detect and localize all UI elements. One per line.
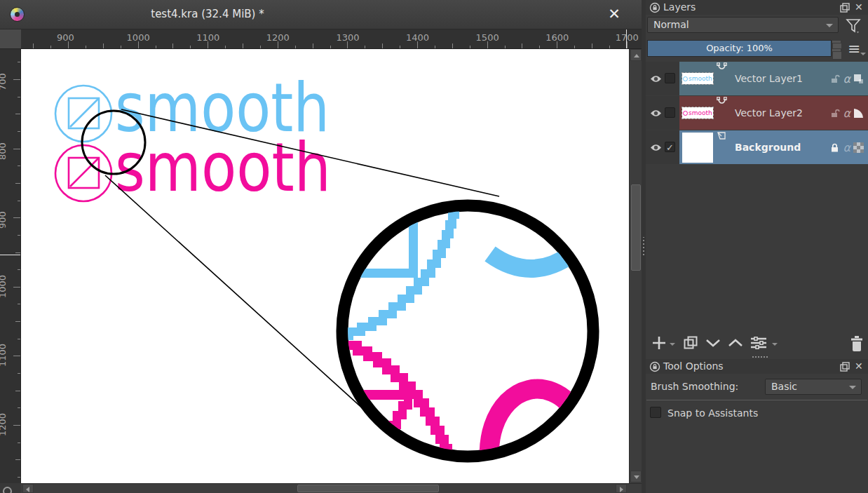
ruler-label: 1100 bbox=[0, 344, 8, 367]
layer-row-gutter bbox=[646, 96, 679, 130]
move-layer-up-button[interactable] bbox=[727, 335, 744, 351]
layer-row-content[interactable]: Background α bbox=[679, 130, 868, 164]
brush-smoothing-label: Brush Smoothing: bbox=[651, 381, 738, 392]
transparency-checker-icon[interactable] bbox=[853, 142, 864, 153]
onion-skin-icon[interactable] bbox=[853, 108, 864, 119]
layer-row-gutter bbox=[646, 62, 679, 95]
opacity-spinner[interactable] bbox=[832, 40, 841, 57]
window-title: test4.kra (32.4 MiB) * bbox=[0, 8, 415, 20]
canvas-artwork: smooth smooth bbox=[21, 49, 629, 483]
scroll-right-button[interactable] bbox=[616, 484, 627, 493]
snap-to-assistants-label: Snap to Assistants bbox=[667, 407, 758, 419]
close-docker-icon[interactable]: ✕ bbox=[855, 360, 863, 372]
duplicate-layer-button[interactable] bbox=[683, 335, 698, 351]
layer-row-vector-layer1[interactable]: smooth Vector Layer1 α bbox=[646, 62, 868, 95]
callout-line-bottom bbox=[105, 175, 372, 417]
close-docker-icon[interactable]: ✕ bbox=[855, 1, 863, 13]
ruler-label: 900 bbox=[57, 32, 74, 43]
docker-lock-icon[interactable] bbox=[649, 2, 660, 13]
layer-select-checkbox[interactable] bbox=[665, 107, 675, 118]
brush-smoothing-value: Basic bbox=[771, 381, 797, 392]
blend-mode-dropdown[interactable]: Normal bbox=[647, 17, 839, 33]
tool-options-docker-header[interactable]: Tool Options ✕ bbox=[646, 359, 868, 374]
corner-widget-icon[interactable] bbox=[3, 487, 12, 493]
opacity-slider[interactable]: Opacity: 100% bbox=[647, 40, 832, 57]
layer-thumbnail[interactable]: smooth bbox=[682, 107, 713, 119]
layer-buttons-bar bbox=[646, 334, 868, 355]
ruler-label: 700 bbox=[0, 73, 8, 90]
divider bbox=[646, 400, 867, 400]
alpha-channel-icon[interactable]: α bbox=[843, 72, 850, 86]
layer-filter-icon[interactable] bbox=[845, 18, 862, 34]
layer-name: Vector Layer2 bbox=[735, 96, 803, 130]
pink-smooth-text: smooth bbox=[115, 128, 331, 207]
scroll-down-button[interactable] bbox=[630, 471, 642, 482]
layers-docker-header[interactable]: Layers ✕ bbox=[646, 0, 868, 15]
layer-thumbnail[interactable] bbox=[682, 133, 713, 163]
ruler-label: 1200 bbox=[0, 413, 8, 436]
add-layer-button[interactable] bbox=[651, 335, 667, 351]
layer-locked-icon[interactable] bbox=[829, 142, 840, 153]
layer-row-gutter: ✓ bbox=[646, 130, 679, 164]
move-layer-down-button[interactable] bbox=[705, 335, 721, 351]
chevron-down-icon bbox=[826, 24, 833, 27]
window-close-icon[interactable]: ✕ bbox=[605, 5, 623, 23]
float-docker-icon[interactable] bbox=[840, 3, 850, 13]
add-layer-chevron-icon[interactable] bbox=[670, 343, 675, 346]
blend-mode-value: Normal bbox=[653, 19, 689, 30]
thumbnail-shape-glyph bbox=[683, 76, 688, 81]
alpha-channel-icon[interactable]: α bbox=[843, 141, 850, 154]
layer-row-vector-layer2[interactable]: smooth Vector Layer2 α bbox=[646, 96, 868, 130]
docker-resize-handle[interactable] bbox=[752, 356, 768, 358]
zoom-blue-square-corner2 bbox=[358, 269, 418, 278]
layer-properties-button[interactable] bbox=[750, 335, 768, 351]
scroll-left-button[interactable] bbox=[22, 484, 34, 493]
visibility-eye-icon[interactable] bbox=[650, 143, 662, 152]
vector-layer-badge-icon bbox=[717, 62, 727, 72]
vertical-scrollbar[interactable] bbox=[629, 49, 642, 483]
docker-panel: Layers ✕ Normal Opacity: 100% ≡ bbox=[646, 0, 868, 493]
magnifier-view bbox=[342, 205, 593, 464]
horizontal-scrollbar[interactable] bbox=[21, 483, 642, 493]
layer-style-icon[interactable] bbox=[853, 74, 864, 84]
visibility-eye-icon[interactable] bbox=[650, 109, 662, 118]
canvas[interactable]: smooth smooth bbox=[21, 49, 629, 483]
scroll-up-button[interactable] bbox=[630, 49, 642, 61]
float-docker-icon[interactable] bbox=[840, 362, 850, 372]
layers-menu-icon[interactable]: ≡ bbox=[848, 42, 860, 56]
layer-unlocked-icon[interactable] bbox=[829, 108, 840, 119]
layer-row-content[interactable]: smooth Vector Layer1 α bbox=[679, 62, 868, 95]
layer-row-background[interactable]: ✓ Background α bbox=[646, 130, 868, 164]
layer-unlocked-icon[interactable] bbox=[829, 74, 840, 84]
chevron-down-icon bbox=[849, 386, 856, 389]
docker-lock-icon[interactable] bbox=[649, 361, 660, 372]
brush-smoothing-dropdown[interactable]: Basic bbox=[765, 379, 862, 395]
opacity-label: Opacity: 100% bbox=[706, 43, 773, 53]
title-bar: test4.kra (32.4 MiB) * ✕ bbox=[0, 0, 642, 29]
snap-to-assistants-checkbox[interactable] bbox=[650, 407, 661, 418]
delete-layer-button[interactable] bbox=[850, 335, 864, 352]
tool-options-docker-title: Tool Options bbox=[663, 360, 724, 372]
vertical-ruler: 700800900100011001200 bbox=[0, 49, 21, 483]
krita-window: test4.kra (32.4 MiB) * ✕ 900100011001200… bbox=[0, 0, 868, 493]
layers-menu-chevron-icon bbox=[860, 53, 866, 55]
vertical-scroll-thumb[interactable] bbox=[631, 184, 641, 271]
horizontal-scroll-thumb[interactable] bbox=[297, 485, 439, 492]
ruler-label: 1000 bbox=[0, 275, 8, 298]
ruler-label: 800 bbox=[0, 142, 8, 160]
layer-select-checkbox[interactable] bbox=[665, 73, 675, 83]
properties-chevron-icon[interactable] bbox=[772, 343, 778, 346]
visibility-eye-icon[interactable] bbox=[650, 74, 662, 83]
alpha-channel-icon[interactable]: α bbox=[843, 107, 850, 120]
ruler-corner bbox=[0, 29, 21, 49]
paint-layer-badge-icon bbox=[717, 131, 726, 140]
ruler-label: 900 bbox=[0, 211, 8, 229]
splitter-handle-icon bbox=[643, 237, 644, 255]
layer-thumbnail[interactable]: smooth bbox=[682, 73, 713, 84]
layer-name: Background bbox=[735, 130, 801, 164]
layer-row-content[interactable]: smooth Vector Layer2 α bbox=[679, 96, 868, 130]
vector-layer-badge-icon bbox=[717, 97, 727, 106]
layer-select-checkbox[interactable]: ✓ bbox=[665, 142, 675, 152]
layers-docker-title: Layers bbox=[663, 1, 696, 13]
spin-down-icon[interactable] bbox=[832, 51, 842, 60]
